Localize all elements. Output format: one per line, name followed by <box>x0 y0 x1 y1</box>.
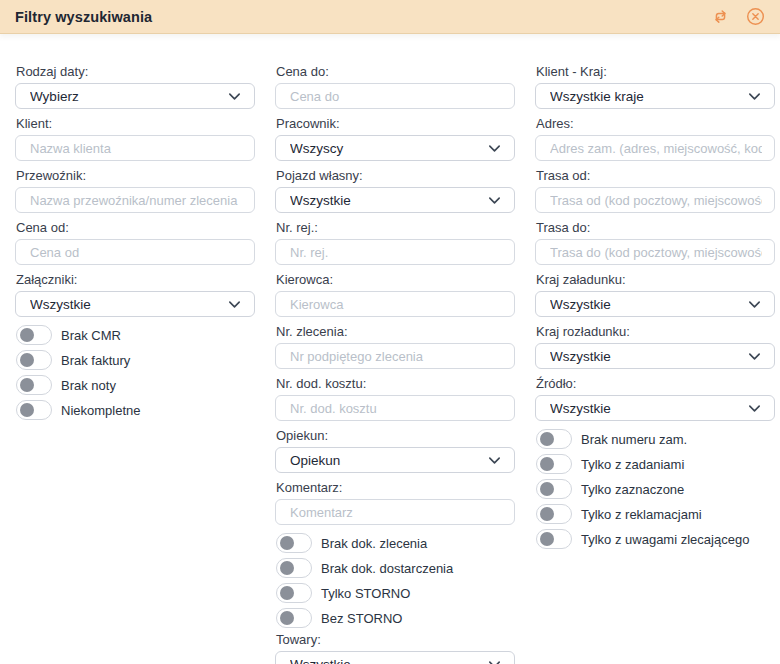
kraj-zaladunku-select[interactable]: Wszystkie <box>535 291 775 317</box>
nr-rej-input[interactable] <box>275 239 515 265</box>
bez-storno-toggle[interactable] <box>276 608 312 628</box>
toggle-label: Niekompletne <box>61 403 141 418</box>
toggle-row-brak-dok-zlecenia: Brak dok. zlecenia <box>276 533 515 553</box>
field-klient-kraj: Klient - Kraj: Wszystkie kraje <box>535 65 775 109</box>
chevron-down-icon <box>487 193 502 208</box>
toggle-knob <box>20 328 34 342</box>
niekompletne-toggle[interactable] <box>16 400 52 420</box>
field-zrodlo: Źródło: Wszystkie <box>535 377 775 421</box>
tylko-z-uwagami-toggle[interactable] <box>536 529 572 549</box>
chevron-down-icon <box>487 657 502 664</box>
select-value: Wszystkie <box>290 193 487 208</box>
toggle-row-brak-cmr: Brak CMR <box>16 325 255 345</box>
field-label: Pojazd własny: <box>276 169 515 183</box>
toggle-knob <box>540 532 554 546</box>
field-przewoznik: Przewoźnik: <box>15 169 255 213</box>
toggle-row-bez-storno: Bez STORNO <box>276 608 515 628</box>
toggle-knob <box>20 378 34 392</box>
swap-window-icon[interactable] <box>710 7 730 27</box>
toggle-knob <box>540 507 554 521</box>
chevron-down-icon <box>487 141 502 156</box>
toggle-label: Tylko STORNO <box>321 586 410 601</box>
pracownik-select[interactable]: Wszyscy <box>275 135 515 161</box>
opiekun-select[interactable]: Opiekun <box>275 447 515 473</box>
field-label: Źródło: <box>536 377 775 391</box>
brak-numeru-zam-toggle[interactable] <box>536 429 572 449</box>
adres-input[interactable] <box>535 135 775 161</box>
toggle-label: Tylko z zadaniami <box>581 457 684 472</box>
field-label: Opiekun: <box>276 429 515 443</box>
filters-column-3: Klient - Kraj: Wszystkie kraje Adres: Tr… <box>535 65 775 554</box>
field-label: Trasa od: <box>536 169 775 183</box>
field-nr-dod-kosztu: Nr. dod. kosztu: <box>275 377 515 421</box>
toggle-row-tylko-z-zadaniami: Tylko z zadaniami <box>536 454 775 474</box>
brak-dok-zlecenia-toggle[interactable] <box>276 533 312 553</box>
toggle-label: Tylko z reklamacjami <box>581 507 702 522</box>
trasa-od-input[interactable] <box>535 187 775 213</box>
cena-do-input[interactable] <box>275 83 515 109</box>
field-trasa-od: Trasa od: <box>535 169 775 213</box>
toggle-row-tylko-z-reklamacjami: Tylko z reklamacjami <box>536 504 775 524</box>
toggle-label: Tylko z uwagami zlecającego <box>581 532 749 547</box>
toggle-label: Bez STORNO <box>321 611 402 626</box>
field-cena-do: Cena do: <box>275 65 515 109</box>
kraj-rozladunku-select[interactable]: Wszystkie <box>535 343 775 369</box>
brak-noty-toggle[interactable] <box>16 375 52 395</box>
toggle-row-niekompletne: Niekompletne <box>16 400 255 420</box>
field-label: Kierowca: <box>276 273 515 287</box>
kierowca-input[interactable] <box>275 291 515 317</box>
select-value: Opiekun <box>290 453 487 468</box>
field-pracownik: Pracownik: Wszyscy <box>275 117 515 161</box>
toggle-row-tylko-storno: Tylko STORNO <box>276 583 515 603</box>
select-value: Wszystkie <box>30 297 227 312</box>
pojazd-wlasny-select[interactable]: Wszystkie <box>275 187 515 213</box>
cena-od-input[interactable] <box>15 239 255 265</box>
toggle-knob <box>280 536 294 550</box>
zrodlo-select[interactable]: Wszystkie <box>535 395 775 421</box>
toggle-label: Brak noty <box>61 378 116 393</box>
field-label: Cena do: <box>276 65 515 79</box>
trasa-do-input[interactable] <box>535 239 775 265</box>
toggle-knob <box>540 482 554 496</box>
field-label: Nr. dod. kosztu: <box>276 377 515 391</box>
towary-select[interactable]: Wszystkie <box>275 651 515 664</box>
toggle-row-brak-faktury: Brak faktury <box>16 350 255 370</box>
field-pojazd-wlasny: Pojazd własny: Wszystkie <box>275 169 515 213</box>
komentarz-input[interactable] <box>275 499 515 525</box>
zalaczniki-select[interactable]: Wszystkie <box>15 291 255 317</box>
przewoznik-input[interactable] <box>15 187 255 213</box>
klient-input[interactable] <box>15 135 255 161</box>
toggle-knob <box>280 586 294 600</box>
tylko-zaznaczone-toggle[interactable] <box>536 479 572 499</box>
select-value: Wszyscy <box>290 141 487 156</box>
brak-cmr-toggle[interactable] <box>16 325 52 345</box>
toggle-label: Brak CMR <box>61 328 121 343</box>
field-label: Cena od: <box>16 221 255 235</box>
select-value: Wszystkie <box>550 401 747 416</box>
rodzaj-daty-select[interactable]: Wybierz <box>15 83 255 109</box>
brak-faktury-toggle[interactable] <box>16 350 52 370</box>
field-nr-rej: Nr. rej.: <box>275 221 515 265</box>
close-icon[interactable] <box>745 7 765 27</box>
field-towary: Towary: Wszystkie <box>275 633 515 664</box>
chevron-down-icon <box>747 297 762 312</box>
tylko-storno-toggle[interactable] <box>276 583 312 603</box>
toggle-row-brak-numeru-zam: Brak numeru zam. <box>536 429 775 449</box>
field-komentarz: Komentarz: <box>275 481 515 525</box>
field-label: Nr. zlecenia: <box>276 325 515 339</box>
nr-zlecenia-input[interactable] <box>275 343 515 369</box>
tylko-z-zadaniami-toggle[interactable] <box>536 454 572 474</box>
field-label: Kraj rozładunku: <box>536 325 775 339</box>
tylko-z-reklamacjami-toggle[interactable] <box>536 504 572 524</box>
klient-kraj-select[interactable]: Wszystkie kraje <box>535 83 775 109</box>
brak-dok-dostarczenia-toggle[interactable] <box>276 558 312 578</box>
toggle-knob <box>540 432 554 446</box>
select-value: Wszystkie <box>550 349 747 364</box>
toggle-label: Tylko zaznaczone <box>581 482 684 497</box>
field-kierowca: Kierowca: <box>275 273 515 317</box>
nr-dod-kosztu-input[interactable] <box>275 395 515 421</box>
select-value: Wszystkie <box>290 657 487 664</box>
filters-column-1: Rodzaj daty: Wybierz Klient: Przewoźnik:… <box>15 65 255 425</box>
toggle-label: Brak dok. dostarczenia <box>321 561 453 576</box>
toggle-label: Brak numeru zam. <box>581 432 687 447</box>
